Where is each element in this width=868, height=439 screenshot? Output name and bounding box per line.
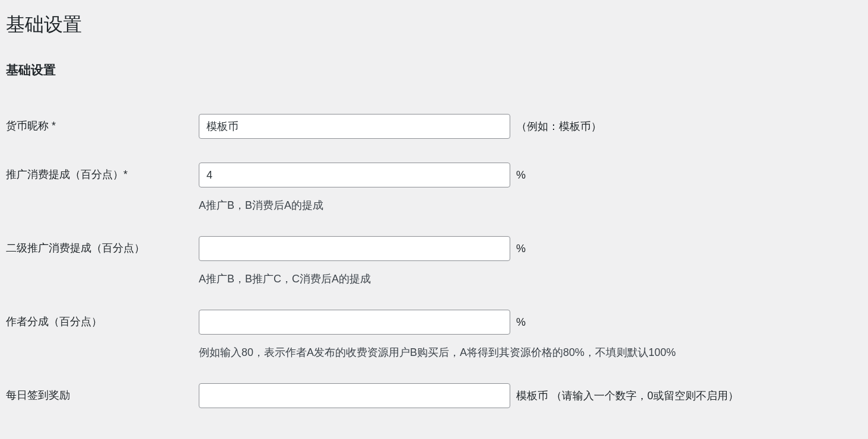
- currency-nickname-hint: （例如：模板币）: [516, 119, 602, 133]
- daily-checkin-reward-input[interactable]: [199, 383, 510, 408]
- daily-checkin-reward-field: 模板币 （请输入一个数字，0或留空则不启用）: [199, 383, 862, 408]
- secondary-promotion-commission-suffix: %: [516, 243, 526, 255]
- author-share-row: 作者分成（百分点） % 例如输入80，表示作者A发布的收费资源用户B购买后，A将…: [0, 298, 868, 371]
- section-title: 基础设置: [0, 44, 868, 84]
- author-share-suffix: %: [516, 316, 526, 329]
- author-share-input-row: %: [199, 310, 862, 335]
- author-share-description: 例如输入80，表示作者A发布的收费资源用户B购买后，A将得到其资源价格的80%，…: [199, 345, 862, 360]
- daily-checkin-reward-label: 每日签到奖励: [6, 383, 199, 402]
- secondary-promotion-commission-input[interactable]: [199, 236, 510, 261]
- currency-nickname-row: 货币昵称 * （例如：模板币）: [0, 102, 868, 151]
- currency-nickname-input-row: （例如：模板币）: [199, 114, 862, 139]
- promotion-commission-row: 推广消费提成（百分点）* % A推广B，B消费后A的提成: [0, 151, 868, 224]
- settings-form: 货币昵称 * （例如：模板币） 推广消费提成（百分点）* % A推广B，B消费后…: [0, 102, 868, 420]
- daily-checkin-reward-suffix: 模板币 （请输入一个数字，0或留空则不启用）: [516, 389, 739, 403]
- secondary-promotion-commission-row: 二级推广消费提成（百分点） % A推广B，B推广C，C消费后A的提成: [0, 224, 868, 298]
- secondary-promotion-commission-field: % A推广B，B推广C，C消费后A的提成: [199, 236, 862, 286]
- daily-checkin-reward-input-row: 模板币 （请输入一个数字，0或留空则不启用）: [199, 383, 862, 408]
- secondary-promotion-commission-input-row: %: [199, 236, 862, 261]
- promotion-commission-field: % A推广B，B消费后A的提成: [199, 163, 862, 212]
- secondary-promotion-commission-label: 二级推广消费提成（百分点）: [6, 236, 199, 255]
- promotion-commission-suffix: %: [516, 169, 526, 182]
- promotion-commission-label: 推广消费提成（百分点）*: [6, 163, 199, 182]
- promotion-commission-description: A推广B，B消费后A的提成: [199, 198, 862, 212]
- promotion-commission-input-row: %: [199, 163, 862, 187]
- page-title: 基础设置: [0, 0, 868, 44]
- currency-nickname-input[interactable]: [199, 114, 510, 139]
- daily-checkin-reward-row: 每日签到奖励 模板币 （请输入一个数字，0或留空则不启用）: [0, 371, 868, 420]
- author-share-label: 作者分成（百分点）: [6, 310, 199, 329]
- author-share-field: % 例如输入80，表示作者A发布的收费资源用户B购买后，A将得到其资源价格的80…: [199, 310, 862, 360]
- currency-nickname-label: 货币昵称 *: [6, 114, 199, 133]
- currency-nickname-field: （例如：模板币）: [199, 114, 862, 139]
- promotion-commission-input[interactable]: [199, 163, 510, 187]
- secondary-promotion-commission-description: A推广B，B推广C，C消费后A的提成: [199, 272, 862, 286]
- author-share-input[interactable]: [199, 310, 510, 335]
